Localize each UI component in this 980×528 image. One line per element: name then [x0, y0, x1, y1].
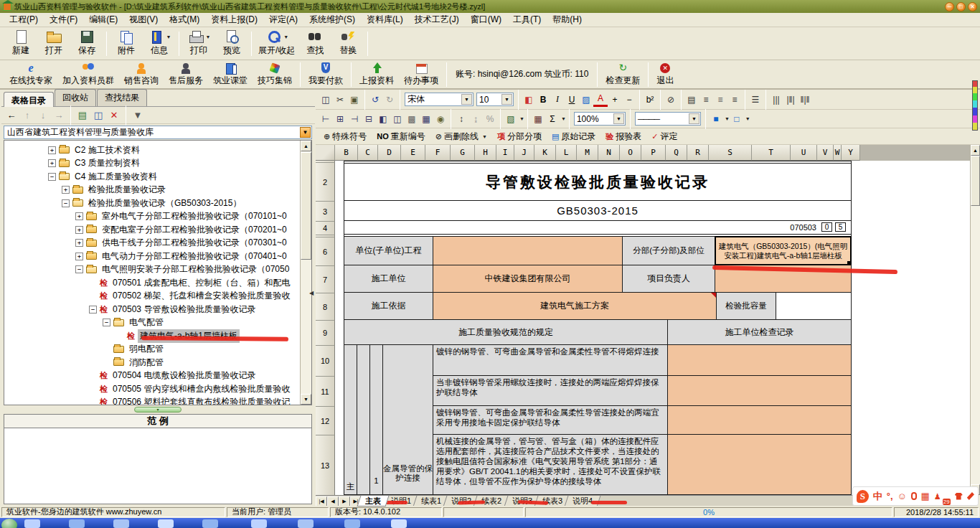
undo-icon[interactable]: ↺	[368, 93, 382, 107]
font-color-icon[interactable]: A	[593, 93, 608, 107]
panel-splitter[interactable]: ▾	[4, 405, 312, 414]
new-form-icon[interactable]: ▤	[75, 109, 90, 122]
color-scheme-icon[interactable]: ◧	[522, 93, 536, 107]
section-main-label[interactable]: 主	[344, 344, 357, 495]
taskbar-item-0[interactable]	[24, 519, 40, 528]
form-standard-cell[interactable]: GB50303-2015	[344, 200, 852, 221]
find-button[interactable]: 查找	[298, 29, 331, 59]
sogou-logo-icon[interactable]: S	[857, 490, 869, 503]
tree-expander-minus-icon[interactable]: −	[89, 306, 97, 314]
zhuye-class-button[interactable]: 筑业课堂	[208, 61, 253, 88]
emoji-icon[interactable]: ☺	[897, 490, 907, 503]
nav-back-icon[interactable]: ←	[4, 109, 19, 122]
underline-icon[interactable]: U	[565, 93, 579, 107]
close-button[interactable]: ✕	[968, 2, 977, 11]
save-button[interactable]: 保存	[70, 29, 103, 59]
tree-item[interactable]: −检验批质量验收记录（GB50303-2015）	[4, 197, 300, 210]
chevron-down-icon[interactable]: ▼	[745, 116, 750, 121]
sheet-corner-cell[interactable]	[316, 145, 335, 161]
exit-button[interactable]: 退出	[651, 61, 679, 88]
paste-icon[interactable]: ▣	[347, 93, 362, 107]
tree-item[interactable]: +室外电气子分部工程检验批验收记录（070101~0	[4, 210, 300, 224]
yan-red-button[interactable]: 验报验表	[600, 131, 646, 143]
fill-color-icon[interactable]: ▨	[579, 93, 593, 107]
taskbar-item-7[interactable]	[344, 519, 360, 528]
auto-sum-icon[interactable]: Σ	[545, 112, 560, 126]
tree-item[interactable]: +检验批质量验收记录	[4, 184, 300, 197]
tree-expander-plus-icon[interactable]: +	[75, 239, 83, 247]
menu-item-5[interactable]: 资料上报(D)	[206, 12, 263, 27]
tips-collection-button[interactable]: 技巧集锦	[253, 61, 297, 88]
merge-left-icon[interactable]: ⊢	[319, 112, 333, 126]
menu-item-12[interactable]: 帮助(H)	[547, 12, 587, 27]
menu-item-7[interactable]: 系统维护(S)	[304, 12, 360, 27]
provision-record-3[interactable]	[667, 405, 852, 435]
splitter-handle[interactable]: ▾	[134, 407, 182, 412]
row-header-3[interactable]: 3	[316, 202, 335, 222]
vertical-text-center-icon[interactable]: |‖|	[783, 93, 798, 107]
chevron-down-icon[interactable]: ▼	[613, 113, 624, 124]
strike-line-button[interactable]: ⊘画删除线▼	[430, 131, 492, 143]
login-badge-icon[interactable]: ♟	[934, 490, 941, 503]
punctuation-icon[interactable]: °,	[887, 490, 893, 503]
plus-circle-button[interactable]: ⊕特殊符号	[319, 131, 372, 143]
taskbar-item-3[interactable]	[158, 519, 174, 528]
tree-item[interactable]: +变配电室子分部工程检验批验收记录（070201~0	[4, 223, 300, 237]
join-group-button[interactable]: 加入资料员群	[57, 61, 119, 88]
part-value-selected-cell[interactable]: 建筑电气（GB50303-2015）(电气照明安装工程)建筑电气-a-b轴1层墙…	[715, 236, 852, 265]
column-header-N[interactable]: N	[598, 145, 620, 161]
left-tab-查找结果[interactable]: 查找结果	[97, 89, 147, 106]
cut-icon[interactable]: ✂	[333, 93, 347, 107]
row-header-2[interactable]: 2	[316, 163, 335, 202]
item-number-cell[interactable]: 1	[369, 344, 383, 495]
chevron-down-icon[interactable]: ▼	[519, 116, 524, 121]
font-enlarge-icon[interactable]: +	[608, 93, 622, 107]
nav-forward-icon[interactable]: →	[52, 109, 66, 122]
expand-button[interactable]: ▼展开/收起	[255, 29, 298, 59]
taskbar-item-6[interactable]	[298, 519, 314, 528]
tree-item[interactable]: −电气照明安装子分部工程检验批验收记录（07050	[4, 263, 300, 277]
delete-form-icon[interactable]: ✕	[107, 109, 121, 122]
provision-record-4[interactable]	[667, 434, 852, 495]
contractor-label[interactable]: 施工单位	[344, 265, 433, 293]
sheet-scrollbar[interactable]: ▲ ▼	[970, 145, 980, 495]
line-space-decrease-icon[interactable]: ↨	[468, 112, 483, 126]
column-header-C[interactable]: C	[358, 145, 378, 161]
column-header-D[interactable]: D	[378, 145, 401, 161]
provision-text-3[interactable]: 镀锌钢导管、可弯曲金属导管和金属柔性导管连接处的两端宜采用专用接地卡固定保护联结…	[433, 405, 668, 435]
column-header-S[interactable]: S	[709, 145, 752, 161]
start-button[interactable]	[1, 519, 17, 528]
tree-scrollbar[interactable]: ▲ ▼	[300, 141, 311, 405]
chevron-down-icon[interactable]: ▼	[461, 94, 472, 105]
tree-expander-plus-icon[interactable]: +	[75, 253, 83, 260]
superscript-icon[interactable]: b²	[643, 93, 657, 107]
tree-expander-minus-icon[interactable]: −	[75, 265, 83, 273]
line-style-combo[interactable]: ────▼	[635, 112, 701, 126]
column-header-F[interactable]: F	[425, 145, 451, 161]
xiang-red-button[interactable]: 项分部分项	[492, 131, 547, 143]
align-right-icon[interactable]: ≡	[727, 93, 742, 107]
column-header-M[interactable]: M	[577, 145, 598, 161]
nav-down-icon[interactable]: ↓	[36, 109, 50, 122]
column-header-K[interactable]: K	[534, 145, 556, 161]
tree-item[interactable]: 检070505 管内穿线和槽盒内敷线检验批质量验收	[4, 382, 300, 396]
menu-item-6[interactable]: 评定(A)	[264, 12, 303, 27]
maximize-button[interactable]: □	[956, 2, 966, 11]
column-header-J[interactable]: J	[514, 145, 534, 161]
info-button[interactable]: ▼信息	[143, 29, 176, 59]
tree-expander-minus-icon[interactable]: −	[62, 199, 70, 207]
taskbar-item-4[interactable]	[202, 519, 218, 528]
nav-up-icon[interactable]: ↑	[20, 109, 34, 122]
replace-button[interactable]: 替换	[331, 29, 364, 59]
pay-button[interactable]: 我要付款	[303, 61, 348, 88]
distribute-text-icon[interactable]: ☰	[748, 93, 763, 107]
tree-item[interactable]: −C4 施工质量验收资料	[4, 170, 300, 184]
tree-item[interactable]: +C3 质量控制资料	[4, 157, 300, 171]
row-header-12[interactable]: 12	[316, 407, 335, 435]
column-header-E[interactable]: E	[401, 145, 425, 161]
merge-right-icon[interactable]: ⊣	[347, 112, 362, 126]
unit-project-label[interactable]: 单位(子单位)工程	[344, 236, 433, 265]
attach-button[interactable]: 附件	[110, 29, 143, 59]
tree-expander-minus-icon[interactable]: −	[48, 173, 56, 181]
row-header-9[interactable]: 9	[316, 321, 335, 346]
